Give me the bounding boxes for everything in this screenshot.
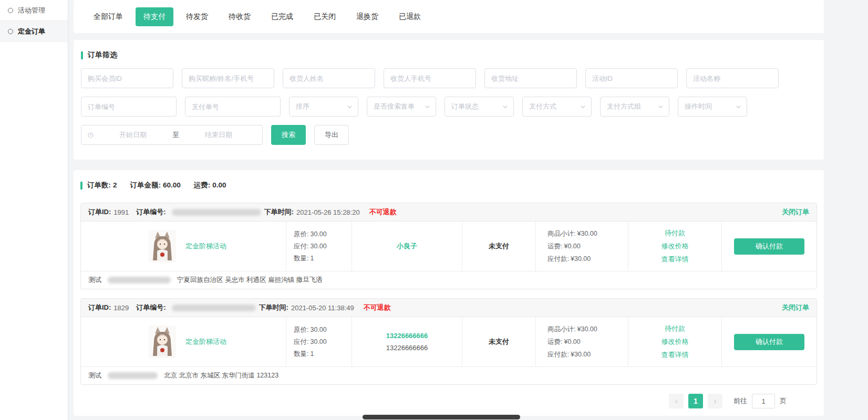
filter-row-3: 开始日期 至 结束日期 搜索 导出: [81, 125, 817, 145]
order-time-label: 下单时间:: [259, 303, 288, 312]
buyer-cell: 13226666666 13226666666: [352, 317, 462, 366]
actions-cell: 待付款 修改价格 查看详情: [628, 317, 721, 366]
orders-count: 订单数:2: [87, 181, 119, 190]
filter-section-title: 订单筛选: [81, 50, 817, 60]
main-content: 全部订单 待支付 待发货 待收货 已完成 已关闭 退换货 已退款 订单筛选 排序: [74, 0, 824, 416]
view-details-link[interactable]: 查看详情: [662, 350, 689, 360]
sidebar-item-activity-management[interactable]: 活动管理: [0, 0, 68, 21]
confirm-payment-button[interactable]: 确认付款: [734, 334, 804, 350]
address-prefix: 测试: [88, 276, 101, 285]
order-body: 定金阶梯活动 原价:30.00 应付:30.00 数量:1 1322666666…: [81, 317, 817, 366]
order-id-label: 订单ID:: [88, 207, 111, 217]
pagination: ‹ 1 › 前往 页: [80, 394, 817, 408]
order-card: 订单ID: 1829 订单编号: 下单时间: 2021-05-20 11:38:…: [80, 298, 817, 385]
pending-payment-link[interactable]: 待付款: [665, 324, 685, 333]
shipping-address-input[interactable]: [484, 68, 577, 88]
address-prefix: 测试: [88, 371, 101, 380]
date-separator: 至: [172, 130, 179, 140]
page-1-button[interactable]: 1: [688, 394, 703, 408]
payment-method-select[interactable]: 支付方式: [522, 97, 592, 117]
price-cell: 原价:30.00 应付:30.00 数量:1: [286, 222, 352, 271]
chevron-down-icon: [502, 104, 508, 110]
tab-completed[interactable]: 已完成: [263, 7, 301, 26]
confirm-payment-button[interactable]: 确认付款: [734, 238, 804, 255]
next-page-button[interactable]: ›: [708, 394, 722, 408]
date-range-picker[interactable]: 开始日期 至 结束日期: [81, 125, 263, 145]
tab-all-orders[interactable]: 全部订单: [86, 7, 131, 26]
section-accent-bar: [80, 182, 82, 190]
sidebar: 活动管理 定金订单: [0, 0, 68, 420]
tab-pending-receipt[interactable]: 待收货: [221, 7, 259, 26]
consignee-phone-input[interactable]: [384, 68, 476, 88]
order-no-redacted: [172, 209, 261, 216]
chevron-down-icon: [658, 104, 664, 110]
buyer-nickname-input[interactable]: [182, 68, 274, 88]
order-id-value: 1829: [113, 304, 129, 312]
tab-refunded[interactable]: 已退款: [391, 7, 429, 26]
filter-title-text: 订单筛选: [88, 50, 117, 60]
address-redacted: [108, 277, 171, 284]
totals-cell: 商品小计:¥30.00 运费:¥0.00 应付款:¥30.00: [535, 222, 628, 271]
tab-closed[interactable]: 已关闭: [306, 7, 344, 26]
price-cell: 原价:30.00 应付:30.00 数量:1: [286, 317, 352, 366]
tab-returns[interactable]: 退换货: [348, 7, 386, 26]
buyer-phone-link[interactable]: 13226666666: [386, 332, 428, 340]
product-name-link[interactable]: 定金阶梯活动: [185, 242, 226, 251]
close-order-link[interactable]: 关闭订单: [782, 303, 809, 312]
order-header: 订单ID: 1991 订单编号: 下单时间: 2021-05-26 15:28:…: [81, 203, 817, 222]
order-filter-panel: 订单筛选 排序 是否搜索首单 订单状态: [74, 40, 824, 160]
payment-number-input[interactable]: [185, 97, 281, 117]
order-address-row: 测试 宁夏回族自治区 吴忠市 利通区 扁担沟镇 撒旦飞洒: [81, 271, 817, 289]
goto-page-input[interactable]: [752, 394, 775, 408]
close-order-link[interactable]: 关闭订单: [782, 207, 809, 217]
order-time-value: 2021-05-20 11:38:49: [291, 304, 354, 312]
orders-freight: 运费:0.00: [194, 181, 229, 190]
buyer-member-id-input[interactable]: [81, 68, 173, 88]
operation-time-select[interactable]: 操作时间: [678, 97, 747, 117]
sidebar-item-label: 活动管理: [18, 6, 45, 15]
payment-method-group-select[interactable]: 支付方式组: [600, 97, 669, 117]
order-header: 订单ID: 1829 订单编号: 下单时间: 2021-05-20 11:38:…: [81, 299, 817, 317]
export-button[interactable]: 导出: [314, 125, 349, 145]
buyer-name-link[interactable]: 小良子: [397, 242, 417, 251]
modify-price-link[interactable]: 修改价格: [662, 242, 689, 251]
payment-status: 未支付: [489, 337, 509, 346]
circle-outline-icon: [8, 29, 13, 34]
product-name-link[interactable]: 定金阶梯活动: [185, 337, 226, 346]
modify-price-link[interactable]: 修改价格: [662, 337, 689, 346]
order-status-select[interactable]: 订单状态: [445, 97, 514, 117]
no-refund-flag: 不可退款: [369, 207, 397, 217]
actions-cell: 待付款 修改价格 查看详情: [628, 222, 721, 271]
sidebar-item-deposit-orders[interactable]: 定金订单: [0, 21, 68, 42]
consignee-name-input[interactable]: [283, 68, 375, 88]
chevron-down-icon: [580, 104, 586, 110]
orders-panel: 订单数:2 订单金额:60.00 运费:0.00 订单ID: 1991 订单编号…: [74, 170, 824, 416]
sort-select[interactable]: 排序: [289, 97, 358, 117]
orders-summary: 订单数:2 订单金额:60.00 运费:0.00: [80, 181, 817, 190]
no-refund-flag: 不可退款: [364, 303, 391, 312]
order-number-input[interactable]: [81, 97, 177, 117]
tab-pending-shipment[interactable]: 待发货: [178, 7, 216, 26]
buyer-cell: 小良子: [352, 222, 462, 271]
pending-payment-link[interactable]: 待付款: [665, 228, 685, 238]
order-no-label: 订单编号:: [136, 303, 166, 312]
product-cell: 定金阶梯活动: [81, 317, 286, 366]
activity-name-input[interactable]: [686, 68, 779, 88]
chevron-right-icon: ›: [714, 397, 717, 405]
confirm-cell: 确认付款: [721, 317, 817, 366]
view-details-link[interactable]: 查看详情: [662, 255, 689, 264]
status-cell: 未支付: [462, 222, 535, 271]
order-time-value: 2021-05-26 15:28:20: [296, 208, 360, 216]
prev-page-button[interactable]: ‹: [669, 394, 684, 408]
start-date-placeholder: 开始日期: [96, 130, 170, 140]
tab-pending-payment[interactable]: 待支付: [136, 7, 173, 26]
sidebar-item-label: 定金订单: [18, 27, 45, 36]
end-date-placeholder: 结束日期: [181, 130, 256, 140]
horizontal-scrollbar[interactable]: [363, 415, 520, 419]
search-button[interactable]: 搜索: [271, 125, 306, 145]
product-image: [149, 326, 176, 358]
order-card: 订单ID: 1991 订单编号: 下单时间: 2021-05-26 15:28:…: [80, 203, 817, 289]
confirm-cell: 确认付款: [721, 222, 817, 271]
activity-id-input[interactable]: [585, 68, 678, 88]
first-order-select[interactable]: 是否搜索首单: [367, 97, 436, 117]
